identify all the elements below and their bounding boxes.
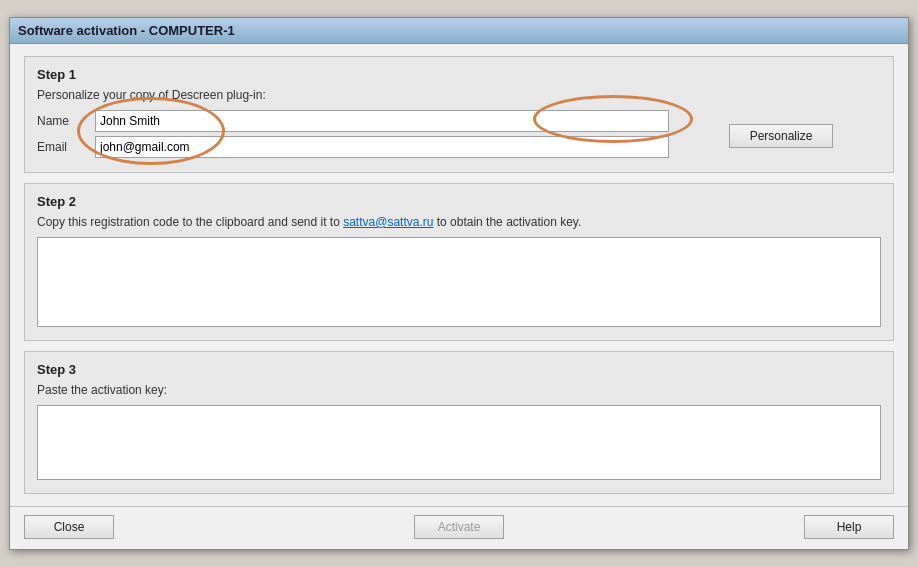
step2-desc: Copy this registration code to the clipb… <box>37 215 881 229</box>
step3-label: Step 3 <box>37 362 881 377</box>
title-bar: Software activation - COMPUTER-1 <box>10 18 908 44</box>
name-label: Name <box>37 114 87 128</box>
step1-section: Step 1 Personalize your copy of Descreen… <box>24 56 894 173</box>
footer: Close Activate Help <box>10 506 908 549</box>
step2-code-wrapper <box>37 237 881 330</box>
personalize-button[interactable]: Personalize <box>729 124 834 148</box>
step2-email-link[interactable]: sattva@sattva.ru <box>343 215 433 229</box>
step1-label: Step 1 <box>37 67 881 82</box>
help-button[interactable]: Help <box>804 515 894 539</box>
step1-fields: Name Email <box>37 110 669 162</box>
step1-desc: Personalize your copy of Descreen plug-i… <box>37 88 881 102</box>
email-input[interactable] <box>95 136 669 158</box>
step2-code-textarea[interactable] <box>37 237 881 327</box>
window-title: Software activation - COMPUTER-1 <box>18 23 235 38</box>
window-content: Step 1 Personalize your copy of Descreen… <box>10 44 908 506</box>
name-row: Name <box>37 110 669 132</box>
step3-key-wrapper <box>37 405 881 483</box>
personalize-area: Personalize <box>681 124 881 148</box>
step2-desc-after: to obtain the activation key. <box>433 215 581 229</box>
step2-label: Step 2 <box>37 194 881 209</box>
step3-key-textarea[interactable] <box>37 405 881 480</box>
activate-button[interactable]: Activate <box>414 515 504 539</box>
step3-desc: Paste the activation key: <box>37 383 881 397</box>
email-label: Email <box>37 140 87 154</box>
step1-form-area: Name Email Personalize <box>37 110 881 162</box>
close-button[interactable]: Close <box>24 515 114 539</box>
step2-desc-before: Copy this registration code to the clipb… <box>37 215 343 229</box>
name-input[interactable] <box>95 110 669 132</box>
main-window: Software activation - COMPUTER-1 Step 1 … <box>9 17 909 550</box>
step3-section: Step 3 Paste the activation key: <box>24 351 894 494</box>
email-row: Email <box>37 136 669 158</box>
step2-section: Step 2 Copy this registration code to th… <box>24 183 894 341</box>
